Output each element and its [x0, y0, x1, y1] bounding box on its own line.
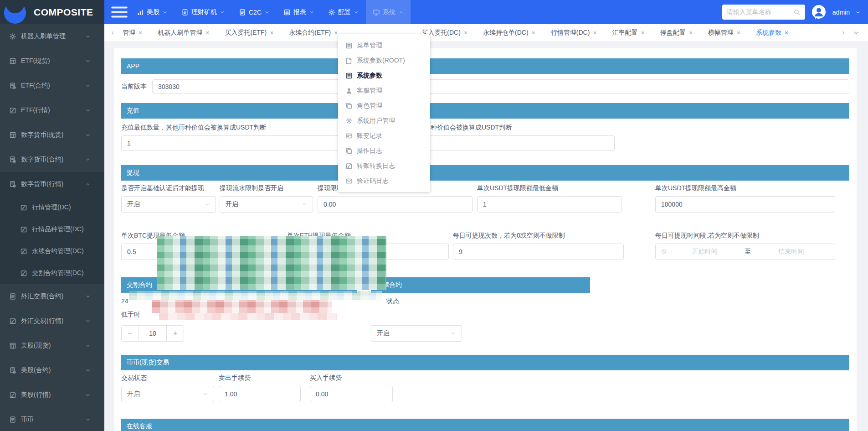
sidebar-item-label: 外汇交易(合约) — [21, 292, 63, 301]
username[interactable]: admin — [832, 9, 850, 16]
sidebar-item-label: 外汇交易(行情) — [21, 317, 63, 325]
sidebar-sub-item[interactable]: 行情品种管理(DC) — [0, 218, 104, 240]
dropdown-menu-item[interactable]: 操作日志 — [338, 143, 430, 158]
sidebar-item[interactable]: 数字货币(现货) — [0, 123, 104, 147]
tab-close-icon[interactable]: × — [785, 29, 788, 36]
avatar[interactable] — [811, 4, 827, 21]
sidebar-item[interactable]: ETF(合约) — [0, 73, 104, 98]
chart-icon — [137, 9, 144, 16]
menu-search-input[interactable]: 请输入菜单名称 — [722, 5, 805, 20]
start-time-placeholder[interactable]: 开始时间 — [667, 248, 743, 256]
tab-close-icon[interactable]: × — [334, 29, 338, 36]
tab[interactable]: 汇率配置 × — [612, 29, 644, 37]
recharge-min-input[interactable]: 1 — [121, 135, 365, 151]
basic-auth-select[interactable]: 开启 — [121, 196, 216, 213]
tab[interactable]: 管理 × — [123, 29, 142, 37]
top-nav-item[interactable]: 报表 — [277, 0, 321, 24]
tab[interactable]: 永续合约(ETF) × — [289, 29, 338, 37]
hamburger-icon[interactable] — [109, 0, 130, 24]
chevron-down-icon — [85, 108, 91, 113]
sidebar-item[interactable]: 美股(现货) — [0, 333, 104, 358]
sidebar-item[interactable]: ETF(现货) — [0, 49, 104, 73]
tab-close-icon[interactable]: × — [205, 29, 209, 36]
sidebar-item[interactable]: 美股(合约) — [0, 358, 104, 383]
usdt-max-input[interactable]: 100000 — [655, 196, 835, 213]
dropdown-menu-item[interactable]: 转账转换日志 — [338, 158, 430, 173]
sidebar-item[interactable]: 数字货币(合约) — [0, 147, 104, 172]
dropdown-menu-item[interactable]: 系统参数(ROOT) — [338, 53, 430, 68]
doc-icon — [239, 9, 246, 16]
search-icon[interactable] — [793, 9, 801, 16]
dropdown-menu-item[interactable]: 系统用户管理 — [338, 113, 430, 128]
daily-count-input[interactable]: 9 — [453, 244, 624, 260]
top-nav-item[interactable]: 系统 — [366, 0, 411, 24]
perpetual-label-fragment: 状态 — [386, 297, 399, 306]
sidebar-sub-item-label: 永续合约管理(DC) — [32, 247, 84, 255]
dropdown-menu-item[interactable]: 菜单管理 — [338, 38, 430, 53]
sidebar-sub-item-label: 交割合约管理(DC) — [32, 269, 84, 277]
tab-close-icon[interactable]: × — [641, 29, 644, 36]
field-label: 单次ETH提现最低金额 — [287, 232, 449, 240]
sidebar-item[interactable]: 美股(行情) — [0, 383, 104, 407]
chevron-down-icon[interactable] — [855, 10, 861, 15]
sidebar-item[interactable]: 外汇交易(合约) — [0, 284, 104, 309]
tab-close-icon[interactable]: × — [532, 29, 535, 36]
version-input[interactable]: 303030 — [152, 79, 849, 94]
sidebar-sub-item[interactable]: 行情管理(DC) — [0, 197, 104, 218]
dropdown-menu-item[interactable]: 角色管理 — [338, 98, 430, 113]
sidebar-item[interactable]: 外汇交易(行情) — [0, 309, 104, 333]
tab-close-icon[interactable]: × — [270, 29, 273, 36]
tab-close-icon[interactable]: × — [689, 29, 693, 36]
tab[interactable]: 机器人刷单管理 × — [158, 29, 209, 37]
tabs-scroll-left-icon[interactable] — [110, 30, 115, 36]
section-header-service: 在线客服 — [121, 419, 849, 431]
dropdown-menu-item[interactable]: 验证码日志 — [338, 173, 430, 188]
chevron-down-icon — [220, 10, 225, 15]
list-icon — [345, 72, 353, 79]
doc-gear-icon — [9, 82, 16, 89]
perpetual-status-select[interactable]: 开启 — [371, 325, 462, 342]
buy-fee-input[interactable]: 0.00 — [310, 386, 393, 402]
sell-fee-input[interactable]: 1.00 — [219, 386, 301, 402]
tab-label: 汇率配置 — [612, 29, 637, 37]
sidebar-sub-item[interactable]: 交割合约管理(DC) — [0, 262, 104, 284]
withdraw-limit-input[interactable]: 0.00 — [318, 196, 473, 213]
withdraw-time-range-picker[interactable]: 开始时间 至 结束时间 — [655, 244, 835, 260]
recharge-right-label-fragment: 种价值会被换算成USDT判断 — [431, 124, 512, 132]
stepper-value[interactable]: 10 — [139, 326, 166, 341]
stepper-plus-button[interactable]: + — [166, 326, 184, 341]
sidebar-item-digital-currency-quotes[interactable]: 数字货币(行情) — [0, 172, 104, 197]
sidebar-item[interactable]: 币币 — [0, 407, 104, 431]
tab[interactable]: 横幅管理 × — [708, 29, 740, 37]
tabs-scroll-right-icon[interactable] — [841, 30, 846, 36]
sidebar-item[interactable]: 机器人刷单管理 — [0, 24, 104, 49]
flow-limit-select[interactable]: 开启 — [220, 196, 313, 213]
sidebar-sub-item[interactable]: 永续合约管理(DC) — [0, 240, 104, 262]
tab[interactable]: 永续持仓单(DC) × — [483, 29, 535, 37]
tab[interactable]: 停盘配置 × — [660, 29, 693, 37]
tabs-menu-caret-icon[interactable] — [853, 29, 860, 36]
trade-status-select[interactable]: 开启 — [121, 386, 214, 402]
top-nav-item[interactable]: 配置 — [321, 0, 366, 24]
tab[interactable]: 行情管理(DC) × — [551, 29, 597, 37]
usdt-min-input[interactable]: 1 — [477, 196, 622, 213]
eth-min-input[interactable] — [287, 244, 449, 260]
tab[interactable]: 买入委托(ETF) × — [225, 29, 273, 37]
tab-close-icon[interactable]: × — [464, 29, 467, 36]
field-label: 买入手续费 — [310, 374, 393, 382]
tab[interactable]: 系统参数 × — [756, 29, 788, 37]
dropdown-menu-item[interactable]: 系统参数 — [338, 68, 430, 83]
top-nav-item[interactable]: 美股 — [130, 0, 175, 24]
stepper-minus-button[interactable]: − — [122, 326, 139, 341]
dropdown-menu-item[interactable]: 账变记录 — [338, 128, 430, 143]
tab-close-icon[interactable]: × — [593, 29, 596, 36]
tab-close-icon[interactable]: × — [139, 29, 142, 36]
sidebar-item[interactable]: ETF(行情) — [0, 98, 104, 123]
btc-min-input[interactable]: 0.5 — [121, 244, 283, 260]
tab-close-icon[interactable]: × — [737, 29, 740, 36]
top-nav-item[interactable]: 理财矿机 — [175, 0, 232, 24]
end-time-placeholder[interactable]: 结束时间 — [753, 248, 830, 256]
top-nav-item[interactable]: C2C — [232, 0, 277, 24]
dropdown-menu-item[interactable]: 客服管理 — [338, 83, 430, 98]
tab-label: 永续合约(ETF) — [289, 29, 331, 37]
